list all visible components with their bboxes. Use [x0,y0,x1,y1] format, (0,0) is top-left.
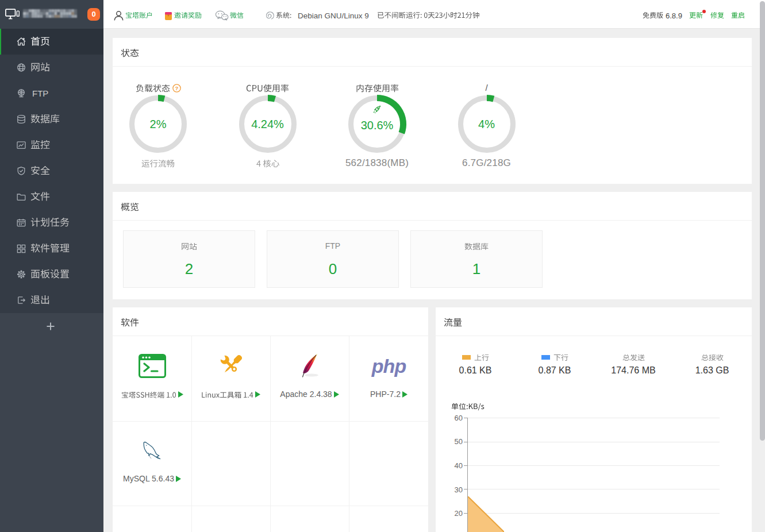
svg-text:?: ? [175,85,178,91]
